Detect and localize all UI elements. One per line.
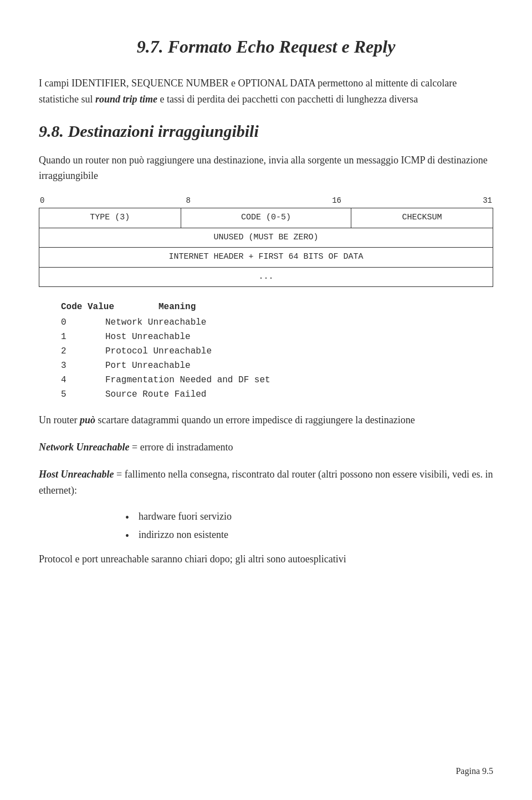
- code-desc-0: Network Unreachable: [105, 316, 206, 329]
- diagram-table: TYPE (3) CODE (0-5) CHECKSUM UNUSED (MUS…: [39, 208, 493, 287]
- code-desc-1: Host Unreachable: [105, 330, 191, 343]
- section-heading: Formato Echo Request e Reply: [168, 37, 396, 57]
- bullet-text-1: hardware fuori servizio: [139, 511, 232, 522]
- code-row-1: 1 Host Unreachable: [61, 330, 493, 343]
- bold-round: round trip time: [95, 94, 157, 105]
- ellipsis-cell: ...: [39, 267, 493, 287]
- code-num-5: 5: [61, 388, 105, 401]
- paragraph3: Host Unreachable = fallimento nella cons…: [39, 466, 493, 499]
- code-cell: CODE (0-5): [181, 208, 351, 228]
- page-number: Pagina 9.5: [456, 766, 493, 776]
- subsection-heading: Destinazioni irraggiungibili: [68, 122, 259, 140]
- section-number: 9.7.: [137, 37, 163, 57]
- bullet-text-2: indirizzo non esistente: [139, 529, 228, 540]
- bit-0: 0: [40, 195, 44, 207]
- code-row-3: 3 Port Unreachable: [61, 359, 493, 372]
- paragraph1: Un router può scartare datagrammi quando…: [39, 412, 493, 428]
- code-value-table: Code Value Meaning 0 Network Unreachable…: [61, 300, 493, 401]
- code-desc-3: Port Unreachable: [105, 359, 191, 372]
- paragraph2: Network Unreachable = errore di instrada…: [39, 439, 493, 455]
- type-cell: TYPE (3): [39, 208, 181, 228]
- bullet-item-1: hardware fuori servizio: [139, 509, 493, 524]
- col2-header: Meaning: [158, 300, 196, 314]
- intro-paragraph: I campi IDENTIFIER, SEQUENCE NUMBER e OP…: [39, 75, 493, 107]
- code-row-4: 4 Fragmentation Needed and DF set: [61, 373, 493, 387]
- diagram-row-2: UNUSED (MUST BE ZERO): [39, 228, 493, 248]
- code-desc-5: Source Route Failed: [105, 388, 206, 401]
- bit-8: 8: [186, 195, 191, 207]
- diagram-row-3: INTERNET HEADER + FIRST 64 BITS OF DATA: [39, 248, 493, 268]
- icmp-diagram: 0 8 16 31 TYPE (3) CODE (0-5) CHECKSUM U…: [39, 195, 493, 287]
- code-desc-2: Protocol Unreachable: [105, 345, 212, 358]
- bit-numbers: 0 8 16 31: [39, 195, 493, 207]
- paragraph2-text: = errore di instradamento: [132, 442, 233, 453]
- code-row-5: 5 Source Route Failed: [61, 388, 493, 401]
- checksum-cell: CHECKSUM: [351, 208, 493, 228]
- bold-puo: può: [80, 414, 95, 425]
- unused-cell: UNUSED (MUST BE ZERO): [39, 228, 493, 248]
- code-num-0: 0: [61, 316, 105, 329]
- paragraph4: Protocol e port unreachable saranno chia…: [39, 551, 493, 567]
- code-row-0: 0 Network Unreachable: [61, 316, 493, 329]
- diagram-row-4: ...: [39, 267, 493, 287]
- bit-31: 31: [483, 195, 492, 207]
- subsection-title: 9.8. Destinazioni irraggiungibili: [39, 119, 493, 143]
- code-desc-4: Fragmentation Needed and DF set: [105, 373, 270, 387]
- page-footer: Pagina 9.5: [456, 765, 493, 778]
- code-num-3: 3: [61, 359, 105, 372]
- network-unreachable-label: Network Unreachable: [39, 442, 130, 453]
- subsection-number: 9.8.: [39, 122, 64, 140]
- bullet-list: hardware fuori servizio indirizzo non es…: [139, 509, 493, 542]
- code-row-2: 2 Protocol Unreachable: [61, 345, 493, 358]
- code-num-2: 2: [61, 345, 105, 358]
- code-table-header: Code Value Meaning: [61, 300, 493, 314]
- host-unreachable-label: Host Unreachable: [39, 469, 114, 480]
- code-num-4: 4: [61, 373, 105, 387]
- section-title: 9.7. Formato Echo Request e Reply: [39, 33, 493, 60]
- code-num-1: 1: [61, 330, 105, 343]
- subsection-intro: Quando un router non può raggiungere una…: [39, 152, 493, 184]
- bit-16: 16: [332, 195, 341, 207]
- internet-header-cell: INTERNET HEADER + FIRST 64 BITS OF DATA: [39, 248, 493, 268]
- diagram-row-1: TYPE (3) CODE (0-5) CHECKSUM: [39, 208, 493, 228]
- bullet-item-2: indirizzo non esistente: [139, 527, 493, 542]
- col1-header: Code Value: [61, 300, 114, 314]
